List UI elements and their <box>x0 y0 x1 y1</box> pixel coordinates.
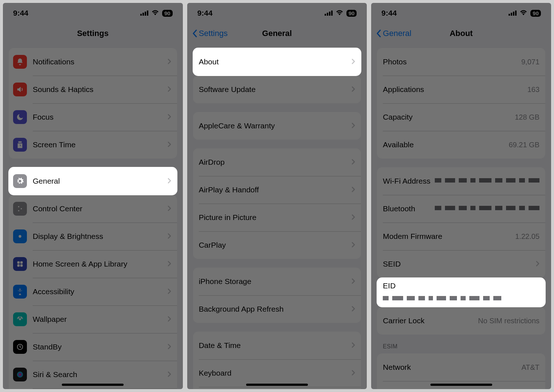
general-row[interactable]: About <box>193 48 361 76</box>
chevron-right-icon <box>168 57 171 66</box>
settings-row-display[interactable]: Display & Brightness <box>9 223 177 250</box>
row-label: Photos <box>383 57 521 66</box>
about-row[interactable]: NetworkAT&T <box>377 353 545 381</box>
settings-row-focus[interactable]: Focus <box>9 103 177 131</box>
general-row[interactable]: Picture in Picture <box>193 204 361 231</box>
settings-row-sounds[interactable]: Sounds & Haptics <box>9 76 177 103</box>
svg-rect-25 <box>331 11 333 16</box>
svg-rect-1 <box>142 13 144 16</box>
about-row[interactable]: Modem Firmware1.22.05 <box>377 223 545 250</box>
row-value: 1.22.05 <box>515 232 539 241</box>
svg-rect-26 <box>509 14 510 16</box>
general-row[interactable]: Background App Refresh <box>193 295 361 323</box>
general-row[interactable]: iPhone Storage <box>193 268 361 295</box>
general-row[interactable]: Fonts <box>193 387 361 389</box>
svg-rect-3 <box>147 11 148 16</box>
about-row[interactable]: Capacity128 GB <box>377 103 545 131</box>
about-row[interactable]: Bluetooth <box>377 195 545 223</box>
row-label: AirDrop <box>199 158 349 167</box>
settings-row-notifications[interactable]: Notifications <box>9 48 177 76</box>
row-value: 163 <box>527 85 539 94</box>
row-label: EID <box>383 281 396 293</box>
chevron-right-icon <box>352 158 355 167</box>
chevron-right-icon <box>352 57 355 66</box>
settings-row-standby[interactable]: StandBy <box>9 333 177 361</box>
row-label: Screen Time <box>33 140 165 149</box>
back-button[interactable]: Settings <box>192 29 228 38</box>
row-label: Siri & Search <box>33 370 165 379</box>
home-indicator[interactable] <box>246 384 308 386</box>
general-row[interactable]: Keyboard <box>193 359 361 387</box>
screentime-icon <box>13 138 27 152</box>
row-label: Bluetooth <box>383 204 435 213</box>
svg-rect-10 <box>17 264 20 267</box>
row-label: Sounds & Haptics <box>33 85 165 94</box>
general-list[interactable]: AboutSoftware UpdateAppleCare & Warranty… <box>187 44 367 389</box>
about-row[interactable]: Wi-Fi Address <box>377 167 545 195</box>
nav-bar: Settings <box>3 23 183 44</box>
settings-row-general[interactable]: General <box>9 167 177 195</box>
settings-row-controlcenter[interactable]: Control Center <box>9 195 177 223</box>
general-row[interactable]: AirDrop <box>193 148 361 176</box>
chevron-right-icon <box>352 213 355 222</box>
status-time: 9:44 <box>381 9 397 17</box>
redacted-value <box>383 296 501 302</box>
svg-rect-27 <box>511 13 512 16</box>
siri-icon <box>13 368 27 381</box>
row-label: Available <box>383 140 509 149</box>
settings-list[interactable]: NotificationsSounds & HapticsFocusScreen… <box>3 44 183 389</box>
chevron-right-icon <box>352 277 355 286</box>
settings-row-wallpaper[interactable]: Wallpaper <box>9 305 177 333</box>
home-indicator[interactable] <box>62 384 124 386</box>
chevron-right-icon <box>168 232 171 241</box>
display-icon <box>13 229 27 243</box>
chevron-right-icon <box>352 369 355 377</box>
about-row[interactable]: SEID <box>377 250 545 278</box>
about-row[interactable]: Applications163 <box>377 76 545 103</box>
general-row[interactable]: CarPlay <box>193 231 361 259</box>
battery-icon: 90 <box>530 10 541 17</box>
about-row[interactable]: Photos9,071 <box>377 48 545 76</box>
settings-row-accessibility[interactable]: Accessibility <box>9 278 177 305</box>
wifi-icon <box>519 9 527 17</box>
settings-row-homescreen[interactable]: Home Screen & App Library <box>9 250 177 278</box>
controlcenter-icon <box>13 202 27 216</box>
svg-rect-24 <box>329 12 330 16</box>
about-row[interactable]: Carrier LockNo SIM restrictions <box>377 307 545 335</box>
row-label: AppleCare & Warranty <box>199 121 349 130</box>
status-bar: 9:44 90 <box>371 3 551 23</box>
row-label: iPhone Storage <box>199 277 349 286</box>
row-label: General <box>33 177 165 185</box>
homescreen-icon <box>13 257 27 271</box>
settings-row-screentime[interactable]: Screen Time <box>9 131 177 159</box>
section-header: ESIM <box>383 343 545 350</box>
settings-row-faceid[interactable]: Face ID & Passcode <box>9 388 177 389</box>
back-button[interactable]: General <box>376 29 411 38</box>
chevron-right-icon <box>352 341 355 350</box>
battery-icon: 90 <box>346 10 357 17</box>
chevron-right-icon <box>352 185 355 194</box>
chevron-right-icon <box>168 260 171 268</box>
row-label: Home Screen & App Library <box>33 260 165 268</box>
about-list[interactable]: Photos9,071Applications163Capacity128 GB… <box>371 44 551 389</box>
about-row-eid[interactable]: EID <box>377 278 545 307</box>
svg-rect-22 <box>325 14 326 16</box>
about-row[interactable]: Available69.21 GB <box>377 131 545 159</box>
redacted-value <box>435 206 539 212</box>
general-row[interactable]: AppleCare & Warranty <box>193 112 361 140</box>
back-label: Settings <box>199 29 228 38</box>
svg-point-4 <box>18 206 20 208</box>
status-bar: 9:44 90 <box>3 3 183 23</box>
row-label: Background App Refresh <box>199 305 349 313</box>
home-indicator[interactable] <box>430 384 492 386</box>
back-label: General <box>383 29 411 38</box>
sounds-icon <box>13 83 27 96</box>
cellular-icon <box>140 9 148 17</box>
general-row[interactable]: Software Update <box>193 76 361 103</box>
svg-rect-2 <box>145 12 146 16</box>
cellular-icon <box>325 9 333 17</box>
phone-settings: 9:44 90 Settings NotificationsSounds & H… <box>3 3 183 389</box>
general-row[interactable]: AirPlay & Handoff <box>193 176 361 204</box>
general-row[interactable]: Date & Time <box>193 332 361 359</box>
chevron-right-icon <box>168 85 171 94</box>
